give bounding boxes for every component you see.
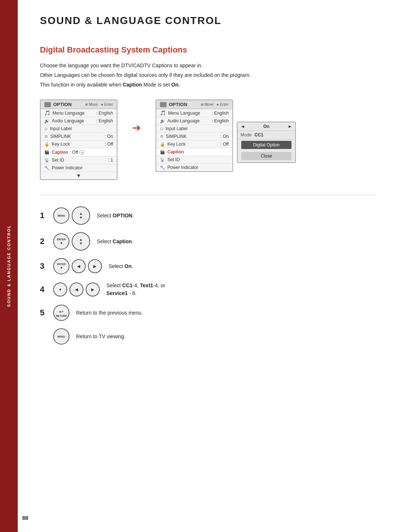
nav-left-button-2[interactable]: ◄ <box>69 282 83 297</box>
step-1-text: Select OPTION. <box>97 212 134 220</box>
menu-row: 🎵 Menu Language : English <box>41 109 117 117</box>
enter-indicator: ● <box>79 150 84 155</box>
step-number-1: 1 <box>40 211 47 220</box>
nav-right-button-2[interactable]: ► <box>86 282 100 297</box>
popup-on-row: ◄ On ► <box>238 122 295 131</box>
page-title: SOUND & LANGUAGE CONTROL <box>40 15 377 27</box>
step-6: MENU Return to TV viewing. <box>40 328 377 345</box>
intro-line-1: Choose the language you want the DTV/CAD… <box>40 61 377 70</box>
menu-right-header: OPTION ⊕ Move ● Enter <box>156 100 232 109</box>
step-number-5: 5 <box>40 308 47 318</box>
section-divider <box>40 195 377 195</box>
popup-right-arrow: ► <box>288 124 292 129</box>
intro-text: Choose the language you want the DTV/CAD… <box>40 61 377 89</box>
nav-up-down-button-2[interactable]: ▲ ▼ <box>72 232 90 251</box>
menu-row: ⊙ Input Label <box>156 125 232 133</box>
step-1-icons: MENU ▲ ▼ <box>53 206 90 225</box>
nav-right-button[interactable]: ► <box>88 259 102 273</box>
menu-row: 🔊 Audio Language : English <box>156 117 232 125</box>
menu-left-controls: ⊕ Move ● Enter <box>85 102 113 106</box>
step-number-3: 3 <box>40 261 47 271</box>
menu-right: OPTION ⊕ Move ● Enter 🎵 Menu Language : … <box>156 99 233 172</box>
popup-left-arrow: ◄ <box>241 124 245 129</box>
menu-right-box: OPTION ⊕ Move ● Enter 🎵 Menu Language : … <box>156 99 233 172</box>
digital-option-button[interactable]: Digital Option <box>241 141 291 149</box>
popup-close-btn-wrapper[interactable]: Close <box>238 150 295 162</box>
menu-left: OPTION ⊕ Move ● Enter 🎵 Menu Language : … <box>40 99 117 180</box>
menu-row: ⊙ Input Label <box>41 125 117 133</box>
row-icon-7: 📡 <box>44 158 50 163</box>
menu-button-2[interactable]: MENU <box>53 328 69 345</box>
menu-left-header: OPTION ⊕ Move ● Enter <box>41 100 117 109</box>
step-3-text: Select On. <box>109 262 133 270</box>
step-1: 1 MENU ▲ ▼ Select OPTION. <box>40 206 377 225</box>
nav-up-down-button[interactable]: ▲ ▼ <box>72 206 90 225</box>
row-icon-2: 🔊 <box>44 119 50 123</box>
popup-on-value: On <box>246 124 286 129</box>
menu-row: 🔒 Key Lock : Off <box>41 140 117 148</box>
steps-section: 1 MENU ▲ ▼ Select OPTION. 2 ENTER <box>40 206 377 345</box>
step-5: 5 ↩ RETURN Return to the previous menu. <box>40 305 377 321</box>
step-2-icons: ENTER ● ▲ ▼ <box>53 232 90 251</box>
menu-row: 🔧 Power Indicator <box>156 164 232 171</box>
step-number-4: 4 <box>40 285 47 294</box>
menu-row: ⚙ SIMPLINK : On <box>41 133 117 140</box>
section-heading: Digital Broadcasting System Captions <box>40 45 377 55</box>
intro-line-3: This function in only available when Cap… <box>40 81 377 89</box>
menu-row: 📡 Set ID <box>156 156 232 164</box>
row-icon-3: ⊙ <box>44 126 48 131</box>
menu-row: ⚙ SIMPLINK : On <box>156 133 232 140</box>
page-number: 88 <box>22 515 28 521</box>
sidebar: SOUND & LANGUAGE CONTROL <box>0 0 18 532</box>
sidebar-label: SOUND & LANGUAGE CONTROL <box>7 225 11 307</box>
step-4: 4 ▼ ◄ ► Select CC1-4, Text1-4, orService… <box>40 282 377 297</box>
popup-digital-btn-wrapper[interactable]: Digital Option <box>238 139 295 150</box>
return-button[interactable]: ↩ RETURN <box>53 305 69 321</box>
scroll-down-arrow: ▼ <box>41 172 117 179</box>
menu-row-caption-right: 🎬 Caption <box>156 148 232 156</box>
diagram-arrow: ➔ <box>132 122 141 134</box>
menu-left-icon <box>44 102 51 107</box>
menu-row-caption: 🎬 Caption : Off ● <box>41 148 117 156</box>
close-button[interactable]: Close <box>241 152 291 160</box>
menu-button[interactable]: MENU <box>53 207 69 224</box>
menu-right-title: OPTION <box>169 102 187 107</box>
step-5-text: Return to the previous menu. <box>76 309 143 317</box>
caption-popup: ◄ On ► Mode CC1 Digital Option Close <box>237 122 296 163</box>
step-2-text: Select Caption. <box>97 238 133 245</box>
row-icon-4: ⚙ <box>44 134 48 139</box>
step-number-6 <box>40 332 47 341</box>
row-icon-5: 🔒 <box>44 142 50 147</box>
step-4-icons: ▼ ◄ ► <box>53 282 100 297</box>
nav-left-button[interactable]: ◄ <box>72 259 86 273</box>
menu-row: 🔧 Power Indicator <box>41 164 117 172</box>
enter-button-2[interactable]: ENTER ● <box>53 258 69 274</box>
popup-mode-label: Mode <box>241 132 252 138</box>
popup-mode-value: CC1 <box>255 132 263 138</box>
intro-line-2: Other Languages can be chosen for digita… <box>40 71 377 80</box>
step-2: 2 ENTER ● ▲ ▼ Select Caption. <box>40 232 377 251</box>
step-4-text: Select CC1-4, Text1-4, orService1 - 6. <box>106 282 165 297</box>
enter-button[interactable]: ENTER ● <box>53 233 69 250</box>
menu-row: 🔊 Audio Language : English <box>41 117 117 125</box>
step-3-icons: ENTER ● ◄ ► <box>53 258 102 274</box>
diagrams-area: OPTION ⊕ Move ● Enter 🎵 Menu Language : … <box>40 99 377 180</box>
menu-right-controls: ⊕ Move ● Enter <box>201 102 229 106</box>
step-6-icons: MENU <box>53 328 69 345</box>
menu-row: 🔒 Key Lock : Off <box>156 140 232 148</box>
menu-row: 🎵 Menu Language : English <box>156 109 232 117</box>
row-icon-6: 🎬 <box>44 150 50 155</box>
menu-row: 📡 Set ID : 1 <box>41 156 117 164</box>
row-icon-8: 🔧 <box>44 166 50 170</box>
step-3: 3 ENTER ● ◄ ► Select On. <box>40 258 377 274</box>
row-icon-1: 🎵 <box>44 110 50 116</box>
popup-mode-row: Mode CC1 <box>238 131 295 139</box>
step-number-2: 2 <box>40 237 47 246</box>
nav-down-button[interactable]: ▼ <box>53 282 67 297</box>
menu-right-icon <box>160 102 167 107</box>
step-6-text: Return to TV viewing. <box>76 333 126 340</box>
menu-left-title: OPTION <box>53 102 72 107</box>
step-5-icons: ↩ RETURN <box>53 305 69 321</box>
